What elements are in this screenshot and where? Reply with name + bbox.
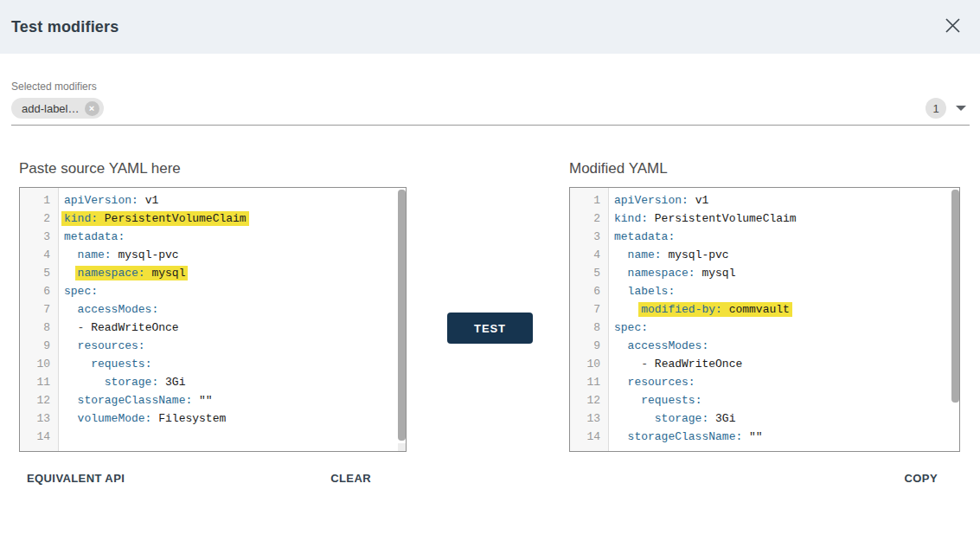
code-line: storage: 3Gi	[614, 409, 959, 428]
code-line: apiVersion: v1	[64, 191, 406, 209]
code-line: apiVersion: v1	[614, 191, 959, 209]
close-icon	[945, 17, 961, 36]
line-number: 6	[570, 282, 608, 300]
scrollbar-thumb[interactable]	[951, 190, 959, 403]
line-number: 10	[20, 355, 58, 373]
selected-modifiers-label: Selected modifiers	[11, 81, 970, 93]
code-line: name: mysql-pvc	[64, 246, 406, 264]
chip-remove-icon[interactable]: ×	[85, 101, 99, 116]
code-area: apiVersion: v1kind: PersistentVolumeClai…	[609, 188, 959, 451]
code-line	[64, 428, 406, 446]
line-number: 9	[20, 337, 58, 355]
modifier-select[interactable]: add-label… × 1	[11, 98, 970, 126]
line-number: 8	[20, 319, 58, 337]
test-button[interactable]: TEST	[447, 313, 533, 344]
code-line: - ReadWriteOnce	[64, 319, 406, 337]
code-area: apiVersion: v1kind: PersistentVolumeClai…	[59, 188, 406, 451]
source-yaml-title: Paste source YAML here	[19, 160, 407, 177]
vertical-scrollbar	[398, 188, 406, 451]
code-line: volumeMode: Filesystem	[64, 409, 406, 428]
line-number: 10	[570, 355, 608, 373]
vertical-scrollbar	[951, 188, 959, 451]
line-number: 11	[20, 373, 58, 391]
line-number-gutter: 1234567891011121314	[570, 188, 609, 451]
line-number: 1	[20, 191, 58, 209]
scrollbar-thumb[interactable]	[398, 190, 406, 441]
modifier-chip-label: add-label…	[22, 102, 80, 115]
code-line: - ReadWriteOnce	[614, 355, 959, 373]
line-number: 6	[20, 282, 58, 300]
line-number: 13	[570, 409, 608, 428]
test-modifiers-dialog: Test modifiers Selected modifiers add-la…	[0, 0, 980, 535]
line-number: 8	[570, 319, 608, 337]
modifier-chip[interactable]: add-label… ×	[11, 98, 104, 119]
code-line: modified-by: commvault	[614, 300, 959, 319]
clear-button[interactable]: CLEAR	[330, 472, 371, 485]
line-number: 2	[20, 209, 58, 228]
copy-button[interactable]: COPY	[905, 472, 938, 485]
code-line: metadata:	[64, 228, 406, 246]
modified-yaml-panel: Modified YAML 1234567891011121314 apiVer…	[569, 160, 960, 452]
dialog-title: Test modifiers	[11, 18, 119, 36]
line-number: 12	[570, 391, 608, 409]
code-line: requests:	[614, 391, 959, 409]
modified-yaml-editor[interactable]: 1234567891011121314 apiVersion: v1kind: …	[569, 187, 960, 452]
highlighted-text: kind: PersistentVolumeClaim	[61, 211, 249, 226]
code-line: spec:	[614, 319, 959, 337]
close-button[interactable]	[942, 16, 963, 37]
code-line: name: mysql-pvc	[614, 246, 959, 264]
modified-panel-actions: COPY	[569, 472, 960, 485]
code-line: storage: 3Gi	[64, 373, 406, 391]
code-line: kind: PersistentVolumeClaim	[64, 209, 406, 228]
equivalent-api-button[interactable]: EQUIVALENT API	[27, 472, 125, 485]
line-number: 2	[570, 209, 608, 228]
line-number: 3	[20, 228, 58, 246]
scrollbar-corner	[398, 443, 406, 451]
line-number-gutter: 1234567891011121314	[20, 188, 59, 451]
code-line: accessModes:	[614, 337, 959, 355]
line-number: 5	[570, 264, 608, 282]
chevron-down-icon[interactable]	[956, 106, 966, 111]
code-line: resources:	[64, 337, 406, 355]
code-line: requests:	[64, 355, 406, 373]
line-number: 4	[20, 246, 58, 264]
highlighted-text: namespace: mysql	[75, 266, 189, 280]
selected-modifiers-field: Selected modifiers add-label… × 1	[11, 81, 970, 126]
modified-yaml-title: Modified YAML	[569, 160, 960, 177]
source-panel-actions: EQUIVALENT API CLEAR	[19, 472, 407, 485]
code-line: kind: PersistentVolumeClaim	[614, 209, 959, 228]
line-number: 7	[20, 300, 58, 319]
dialog-header: Test modifiers	[0, 0, 980, 54]
source-yaml-panel: Paste source YAML here 12345678910111213…	[19, 160, 407, 452]
line-number: 14	[20, 428, 58, 446]
line-number: 1	[570, 191, 608, 209]
line-number: 7	[570, 300, 608, 319]
code-line: namespace: mysql	[614, 264, 959, 282]
code-line: metadata:	[614, 228, 959, 246]
source-yaml-editor[interactable]: 1234567891011121314 apiVersion: v1kind: …	[19, 187, 407, 452]
code-line: storageClassName: ""	[64, 391, 406, 409]
code-line: labels:	[614, 282, 959, 300]
selected-count-badge: 1	[926, 98, 946, 119]
line-number: 9	[570, 337, 608, 355]
code-line: storageClassName: ""	[614, 428, 959, 446]
line-number: 4	[570, 246, 608, 264]
line-number: 5	[20, 264, 58, 282]
select-right-controls: 1	[926, 98, 970, 119]
code-line: resources:	[614, 373, 959, 391]
line-number: 3	[570, 228, 608, 246]
highlighted-text: modified-by: commvault	[638, 302, 792, 317]
line-number: 14	[570, 428, 608, 446]
code-line: accessModes:	[64, 300, 406, 319]
line-number: 13	[20, 409, 58, 428]
line-number: 11	[570, 373, 608, 391]
code-line: namespace: mysql	[64, 264, 406, 282]
line-number: 12	[20, 391, 58, 409]
code-line: spec:	[64, 282, 406, 300]
